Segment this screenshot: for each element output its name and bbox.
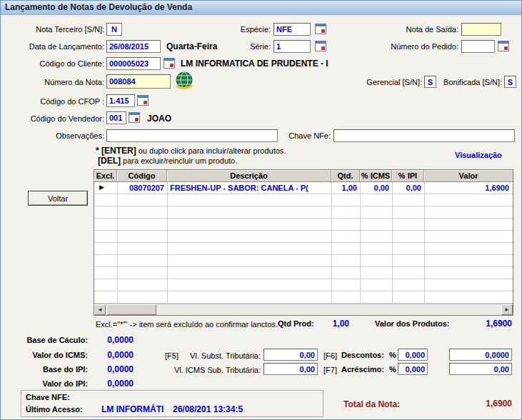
cliente-nome: LM INFORMATICA DE PRUDENTE - I: [181, 59, 328, 69]
vl-subst-input[interactable]: [263, 349, 318, 361]
hint-enter: * [ENTER] ou duplo click para incluir/al…: [96, 146, 286, 156]
bonificada-label: Bonificada [S/N]:: [438, 78, 502, 87]
valor-produtos-value: 1,6900: [463, 319, 512, 329]
enter-hint-text: ou duplo click para incluir/alterar prod…: [136, 146, 286, 155]
descontos-pct-input[interactable]: [398, 349, 428, 361]
weekday-label: Quarta-Feira: [166, 41, 217, 51]
f7-key: [F7]: [323, 366, 337, 374]
grid-column-line: [167, 182, 168, 304]
valor-icms-label: Valor do ICMS:: [15, 351, 88, 359]
cfop-input[interactable]: [106, 94, 135, 107]
product-row[interactable]: ▶ 08070207 FRESHEN-UP - SABOR: CANELA - …: [94, 182, 513, 194]
cell-codigo: 08070207: [119, 182, 164, 194]
numero-nota-label: Número da Nota:: [22, 78, 104, 87]
ultimo-acesso-empresa: LM INFORMÁTI: [101, 404, 164, 414]
codigo-cliente-input[interactable]: [106, 57, 161, 70]
base-ipi-label: Base do IPI:: [15, 365, 88, 374]
vl-subst-label: Vl. Subst. Tributária:: [181, 351, 261, 360]
especie-lookup-icon[interactable]: [315, 24, 326, 34]
gerencial-label: Gerencial [S/N]:: [356, 78, 422, 87]
acrescimo-pct-input[interactable]: [398, 363, 428, 375]
valor-produtos-label: Valor dos Produtos:: [375, 319, 450, 328]
cfop-lookup-icon[interactable]: [137, 95, 149, 106]
numero-pedido-lookup-icon[interactable]: [498, 41, 509, 51]
vl-icms-sub-input[interactable]: [263, 363, 318, 375]
nota-terceiro-label: Nota Terceiro [S/N]:: [22, 25, 104, 34]
data-lancamento-label: Data de Lançamento:: [22, 42, 104, 51]
titlebar[interactable]: Lançamento de Notas de Devolução de Vend…: [1, 1, 521, 15]
col-header-excl: Excl.: [94, 170, 117, 182]
scroll-right-icon[interactable]: ►: [501, 304, 513, 315]
nota-saida-input[interactable]: [461, 23, 501, 36]
scroll-left-icon[interactable]: ◄: [94, 304, 106, 315]
col-header-valor: Valor: [424, 170, 513, 182]
app-window: Lançamento de Notas de Devolução de Vend…: [0, 0, 522, 420]
bonificada-input[interactable]: [504, 76, 516, 88]
serie-lookup-icon[interactable]: [315, 41, 326, 51]
col-header-codigo: Código: [117, 170, 167, 182]
footer-info-box: Chave NFE: Último Acesso: LM INFORMÁTI 2…: [21, 390, 323, 417]
qtd-prod-value: 1,00: [308, 319, 349, 329]
valor-icms-value: 0,0000: [91, 350, 134, 360]
data-lancamento-input[interactable]: [106, 40, 161, 53]
cell-descricao: FRESHEN-UP - SABOR: CANELA - P(: [170, 182, 328, 194]
base-ipi-value: 0,0000: [91, 364, 134, 374]
valor-ipi-value: 0,0000: [91, 379, 134, 389]
valor-ipi-label: Valor do IPI:: [15, 379, 88, 388]
chave-nfe-input[interactable]: [333, 129, 515, 142]
acrescimo-label: Acréscimo:: [341, 365, 384, 374]
row-marker-icon: ▶: [99, 182, 104, 194]
cfop-label: Código do CFOP :: [22, 97, 104, 106]
acrescimo-valor-input[interactable]: [449, 363, 512, 375]
total-nota-label: Total da Nota:: [343, 399, 400, 409]
vendedor-lookup-icon[interactable]: [129, 112, 140, 123]
voltar-button[interactable]: Voltar: [28, 191, 88, 206]
vendedor-label: Código do Vendedor:: [22, 114, 104, 124]
descontos-valor-input[interactable]: [449, 349, 512, 361]
observacoes-input[interactable]: [106, 129, 278, 142]
numero-pedido-label: Número do Pedido:: [380, 42, 458, 51]
col-header-descricao: Descrição: [167, 170, 331, 182]
hint-del: [DEL] para excluir/reincluir um produto.: [98, 156, 237, 166]
chave-nfe-label: Chave NFe:: [286, 131, 331, 141]
acrescimo-percent-sign: %: [389, 365, 396, 374]
del-hint-text: para excluir/reincluir um produto.: [121, 156, 237, 165]
col-header-icms: % ICMS: [360, 170, 392, 182]
col-header-qtd: Qtd.: [331, 170, 360, 182]
grid-hscrollbar[interactable]: ◄ ►: [94, 304, 513, 315]
total-nota-value: 1,6900: [458, 399, 512, 409]
cliente-lookup-icon[interactable]: [164, 58, 175, 69]
vendedor-input[interactable]: [106, 111, 126, 124]
especie-input[interactable]: [273, 23, 311, 36]
nota-terceiro-input[interactable]: [106, 23, 122, 36]
f6-key: [F6]: [323, 351, 337, 360]
descontos-label: Descontos:: [341, 351, 384, 359]
del-key-label: [DEL]: [98, 156, 121, 166]
ultimo-acesso-datetime: 26/08/201 13:34:5: [173, 404, 243, 414]
especie-label: Espécie:: [215, 25, 271, 34]
nfe-globe-icon[interactable]: [174, 71, 196, 91]
scroll-thumb[interactable]: [106, 304, 156, 315]
cell-icms: 0,00: [360, 182, 389, 194]
gerencial-input[interactable]: [424, 76, 436, 88]
codigo-cliente-label: Código do Cliente:: [22, 59, 104, 69]
enter-key-label: * [ENTER]: [96, 146, 136, 156]
serie-label: Série:: [215, 42, 271, 51]
cell-ipi: 0,00: [392, 182, 421, 194]
visualizacao-link[interactable]: Visualização: [455, 151, 502, 159]
vendedor-nome: JOAO: [147, 114, 171, 124]
base-calculo-label: Base de Cáculo:: [15, 336, 88, 344]
ultimo-acesso-label: Último Acesso:: [26, 405, 83, 414]
numero-pedido-input[interactable]: [461, 40, 495, 53]
products-grid: Excl. Código Descrição Qtd. % ICMS % IPI…: [94, 169, 513, 316]
excl-note: Excl.="*"' -> item será excluído ao conf…: [96, 320, 278, 329]
serie-input[interactable]: [273, 40, 311, 53]
numero-nota-input[interactable]: [106, 74, 171, 89]
grid-column-line: [331, 182, 332, 304]
vl-icms-sub-label: Vl. ICMS Sub. Tributária:: [165, 366, 261, 374]
grid-column-line: [424, 182, 425, 304]
window-title: Lançamento de Notas de Devolução de Vend…: [5, 2, 192, 12]
cell-qtd: 1,00: [331, 182, 357, 194]
footer-chave-nfe-label: Chave NFE:: [26, 393, 70, 401]
nota-saida-label: Nota de Saída:: [380, 25, 458, 34]
